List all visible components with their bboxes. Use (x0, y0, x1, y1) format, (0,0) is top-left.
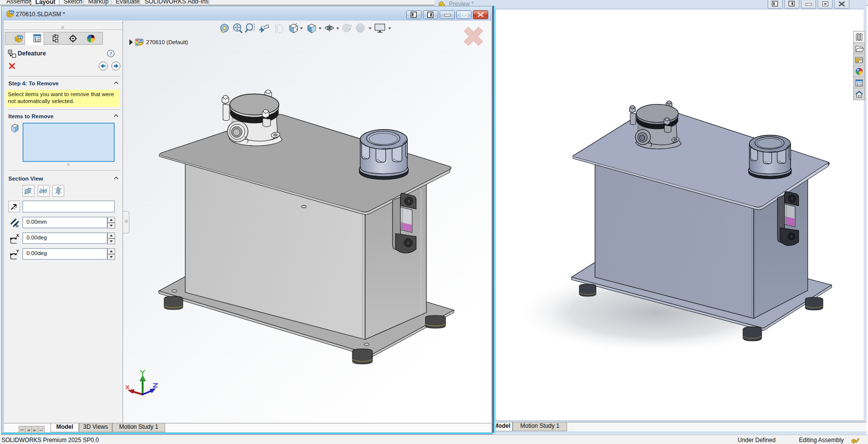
svg-text:X: X (16, 233, 19, 238)
svg-text:D: D (16, 224, 19, 228)
svg-text:?: ? (109, 51, 112, 56)
svg-text:Y: Y (16, 249, 19, 254)
